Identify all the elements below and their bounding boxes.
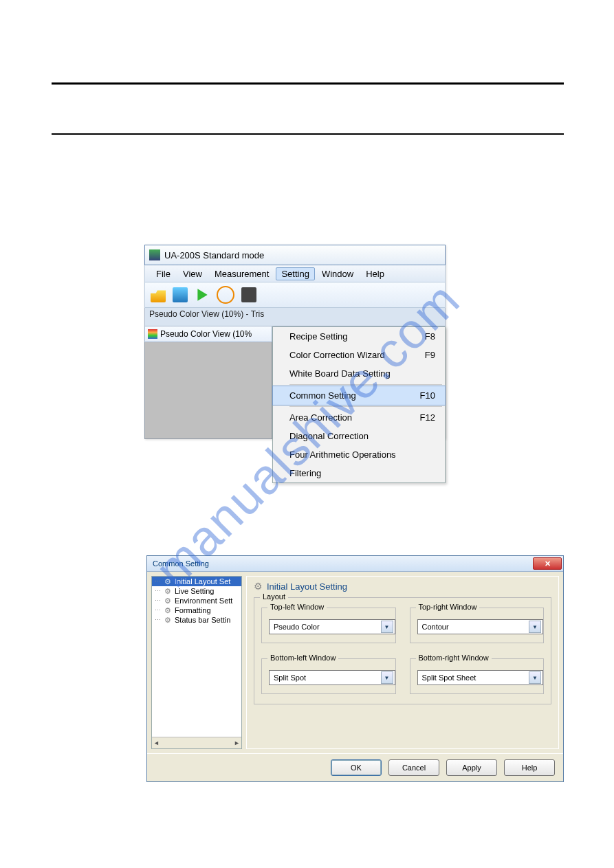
window-title: UA-200S Standard mode [164, 250, 264, 260]
cancel-button[interactable]: Cancel [388, 759, 439, 776]
menu-setting[interactable]: Setting [276, 267, 314, 280]
child-window-titlebar[interactable]: Pseudo Color View (10% [144, 326, 272, 342]
menu-item[interactable]: Recipe SettingF8 [273, 327, 445, 346]
tree-item[interactable]: ⋯⚙Formatting [152, 605, 241, 615]
top-left-legend: Top-left Window [267, 603, 327, 611]
menu-help[interactable]: Help [360, 267, 390, 280]
pseudo-color-icon [148, 329, 157, 339]
pane-title-label: Initial Layout Setting [267, 581, 347, 592]
chevron-down-icon: ▼ [381, 671, 393, 684]
menu-item[interactable]: Filtering [273, 464, 445, 482]
menu-file[interactable]: File [151, 267, 176, 280]
tree-item[interactable]: ⋯⚙Initial Layout Set [152, 577, 241, 586]
chevron-down-icon: ▼ [381, 621, 393, 633]
tree-item[interactable]: ⋯⚙Environment Sett [152, 596, 241, 605]
menu-item[interactable]: Four Arithmetic Operations [273, 445, 445, 464]
child-window-content [144, 342, 272, 439]
bottom-right-select[interactable]: Split Spot Sheet ▼ [417, 670, 544, 685]
window-titlebar[interactable]: UA-200S Standard mode [144, 245, 446, 265]
chevron-down-icon: ▼ [529, 671, 541, 684]
menu-window[interactable]: Window [316, 267, 359, 280]
bottom-right-legend: Bottom-right Window [416, 654, 492, 662]
menubar[interactable]: File View Measurement Setting Window Hel… [144, 265, 446, 282]
common-setting-dialog: Common Setting ✕ ⋯⚙Initial Layout Set⋯⚙L… [146, 555, 564, 782]
tool-icon[interactable] [241, 287, 256, 302]
bottom-right-window-group: Bottom-right Window Split Spot Sheet ▼ [410, 658, 545, 694]
top-left-window-group: Top-left Window Pseudo Color ▼ [261, 608, 396, 643]
settings-tree[interactable]: ⋯⚙Initial Layout Set⋯⚙Live Setting⋯⚙Envi… [151, 576, 242, 749]
app-icon [149, 249, 160, 260]
menu-item[interactable]: Diagonal Correction [273, 427, 445, 445]
menu-item[interactable]: Area CorrectionF12 [273, 408, 445, 427]
screenshot-main-window: UA-200S Standard mode File View Measurem… [144, 245, 446, 439]
top-left-value: Pseudo Color [274, 623, 320, 631]
bottom-left-legend: Bottom-left Window [267, 654, 338, 662]
tab-strip[interactable]: Pseudo Color View (10%) - Tris [144, 308, 446, 326]
tree-scrollbar[interactable]: ◄► [152, 737, 241, 748]
child-window-title: Pseudo Color View (10% [160, 329, 252, 339]
top-right-window-group: Top-right Window Contour ▼ [410, 608, 545, 643]
play-icon[interactable] [195, 287, 210, 302]
top-right-legend: Top-right Window [416, 603, 480, 611]
menu-view[interactable]: View [177, 267, 208, 280]
toolbar [144, 282, 446, 308]
help-button[interactable]: Help [504, 759, 555, 776]
close-button[interactable]: ✕ [533, 557, 562, 570]
dialog-titlebar[interactable]: Common Setting ✕ [147, 556, 563, 572]
apply-button[interactable]: Apply [446, 759, 497, 776]
gears-icon: ⚙ [254, 581, 263, 592]
ok-button[interactable]: OK [331, 759, 382, 776]
pane-title: ⚙ Initial Layout Setting [254, 581, 551, 592]
setting-dropdown[interactable]: Recipe SettingF8Color Correction WizardF… [272, 326, 446, 483]
menu-item[interactable]: Color Correction WizardF9 [273, 346, 445, 364]
clock-icon[interactable] [217, 286, 234, 304]
open-icon[interactable] [151, 287, 166, 302]
menu-measurement[interactable]: Measurement [209, 267, 274, 280]
bottom-left-select[interactable]: Split Spot ▼ [269, 670, 395, 685]
tree-item[interactable]: ⋯⚙Live Setting [152, 586, 241, 596]
layout-group: Layout Top-left Window Pseudo Color ▼ To… [254, 597, 551, 704]
tree-item[interactable]: ⋯⚙Status bar Settin [152, 615, 241, 625]
dialog-title: Common Setting [153, 559, 209, 568]
bottom-right-value: Split Spot Sheet [422, 674, 476, 682]
top-right-select[interactable]: Contour ▼ [417, 619, 544, 634]
layout-group-legend: Layout [260, 592, 288, 601]
save-icon[interactable] [173, 287, 188, 302]
bottom-left-window-group: Bottom-left Window Split Spot ▼ [261, 658, 396, 694]
chevron-down-icon: ▼ [529, 621, 541, 633]
top-left-select[interactable]: Pseudo Color ▼ [269, 619, 395, 634]
dialog-button-row: OK Cancel Apply Help [147, 753, 563, 781]
menu-item[interactable]: White Board Data Setting [273, 364, 445, 383]
bottom-left-value: Split Spot [274, 674, 306, 682]
menu-item[interactable]: Common SettingF10 [272, 386, 446, 405]
top-right-value: Contour [422, 623, 449, 631]
